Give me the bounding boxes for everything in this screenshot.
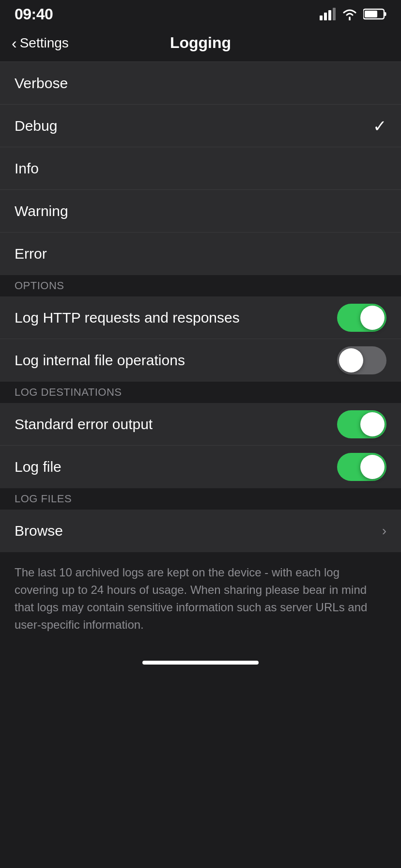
log-files-section: Browse › (0, 510, 401, 552)
log-files-section-header: LOG FILES (0, 488, 401, 510)
back-chevron-icon: ‹ (12, 35, 17, 51)
log-destinations-section: Standard error output Log file (0, 403, 401, 488)
nav-back-label: Settings (20, 35, 69, 51)
list-item-warning[interactable]: Warning (0, 190, 401, 232)
browse-label: Browse (15, 523, 63, 539)
log-file-toggle-knob (360, 455, 385, 479)
status-time: 09:40 (15, 5, 53, 23)
list-item-browse[interactable]: Browse › (0, 510, 401, 552)
svg-rect-2 (328, 10, 331, 20)
list-item-log-file-ops[interactable]: Log internal file operations (0, 339, 401, 382)
log-http-label: Log HTTP requests and responses (15, 310, 240, 326)
list-item-debug[interactable]: Debug ✓ (0, 105, 401, 147)
log-http-toggle-knob (360, 306, 385, 330)
svg-rect-1 (324, 13, 327, 20)
footer-note: The last 10 archived logs are kept on th… (0, 552, 401, 653)
log-file-label: Log file (15, 459, 62, 475)
debug-label: Debug (15, 118, 57, 134)
log-file-ops-toggle[interactable] (337, 346, 386, 374)
stderr-toggle-knob (360, 412, 385, 436)
signal-icon (320, 8, 336, 20)
warning-label: Warning (15, 203, 68, 219)
log-file-ops-label: Log internal file operations (15, 352, 185, 369)
list-item-verbose[interactable]: Verbose (0, 62, 401, 105)
error-label: Error (15, 246, 47, 262)
list-item-info[interactable]: Info (0, 147, 401, 190)
svg-rect-6 (365, 11, 377, 17)
stderr-toggle[interactable] (337, 410, 386, 438)
footer-note-text: The last 10 archived logs are kept on th… (15, 566, 367, 631)
page-title: Logging (170, 34, 231, 52)
list-item-log-http[interactable]: Log HTTP requests and responses (0, 296, 401, 339)
browse-chevron-icon: › (382, 523, 386, 539)
log-destinations-section-header: LOG DESTINATIONS (0, 382, 401, 403)
list-item-stderr[interactable]: Standard error output (0, 403, 401, 446)
log-file-ops-toggle-knob (339, 348, 363, 372)
nav-header: ‹ Settings Logging (0, 26, 401, 62)
wifi-icon (341, 8, 358, 20)
svg-rect-5 (385, 12, 386, 16)
nav-back-button[interactable]: ‹ Settings (12, 35, 69, 51)
log-file-toggle[interactable] (337, 453, 386, 481)
svg-rect-3 (333, 8, 336, 20)
info-label: Info (15, 160, 39, 177)
options-header-text: OPTIONS (15, 279, 64, 292)
list-item-log-file[interactable]: Log file (0, 446, 401, 488)
list-item-error[interactable]: Error (0, 232, 401, 275)
verbose-label: Verbose (15, 75, 68, 92)
svg-rect-0 (320, 16, 323, 20)
log-destinations-header-text: LOG DESTINATIONS (15, 386, 122, 399)
log-files-header-text: LOG FILES (15, 493, 72, 505)
log-levels-section: Verbose Debug ✓ Info Warning Error (0, 62, 401, 275)
status-bar: 09:40 (0, 0, 401, 26)
battery-icon (363, 8, 386, 20)
log-http-toggle[interactable] (337, 304, 386, 332)
options-section-header: OPTIONS (0, 275, 401, 296)
stderr-label: Standard error output (15, 416, 153, 433)
home-indicator-bar (142, 661, 259, 665)
debug-checkmark-icon: ✓ (373, 116, 386, 136)
home-indicator (0, 653, 401, 669)
options-section: Log HTTP requests and responses Log inte… (0, 296, 401, 382)
content: Verbose Debug ✓ Info Warning Error OPTIO… (0, 62, 401, 669)
status-icons (320, 8, 386, 20)
